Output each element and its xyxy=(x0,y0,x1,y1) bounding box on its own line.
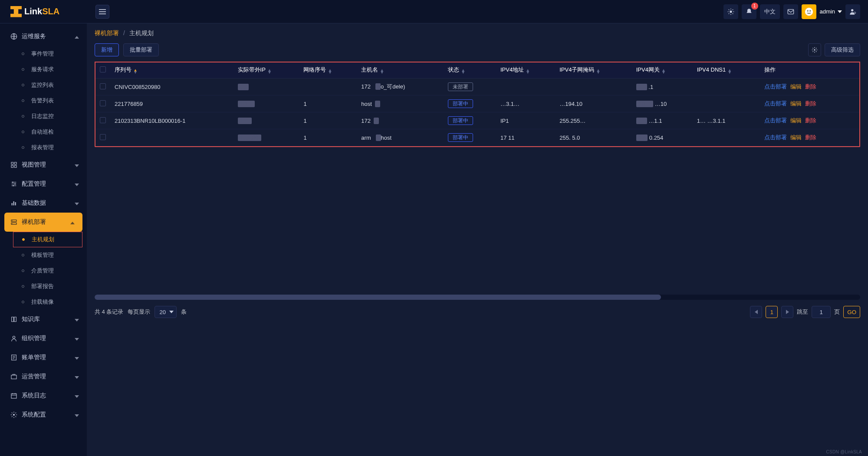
notifications-button[interactable]: 1 xyxy=(742,4,756,19)
svg-line-8 xyxy=(728,9,729,10)
svg-line-9 xyxy=(732,13,733,13)
logo-icon xyxy=(10,6,22,17)
chevron-down-icon xyxy=(838,10,842,13)
svg-point-15 xyxy=(809,10,811,11)
language-button[interactable]: 中文 xyxy=(760,4,780,19)
avatar[interactable] xyxy=(802,4,816,19)
user-settings-button[interactable] xyxy=(845,4,860,19)
svg-point-3 xyxy=(730,10,732,13)
svg-rect-2 xyxy=(99,13,106,14)
inbox-button[interactable] xyxy=(783,4,798,19)
logo-text: LinkSLA xyxy=(24,7,59,16)
username: admin xyxy=(820,8,835,15)
topbar: LinkSLA 1 中文 admin xyxy=(0,0,868,23)
collapse-sidebar-button[interactable] xyxy=(95,5,109,19)
logo: LinkSLA xyxy=(0,6,87,17)
svg-point-13 xyxy=(805,7,812,15)
theme-toggle-button[interactable] xyxy=(723,4,738,19)
svg-point-16 xyxy=(851,9,853,11)
user-menu[interactable]: admin xyxy=(820,8,842,15)
svg-rect-1 xyxy=(99,11,106,12)
svg-point-14 xyxy=(807,10,808,11)
svg-line-11 xyxy=(732,9,733,10)
svg-point-17 xyxy=(854,12,856,13)
svg-line-10 xyxy=(728,13,729,13)
svg-rect-0 xyxy=(99,9,106,10)
svg-rect-12 xyxy=(788,9,793,14)
notification-badge: 1 xyxy=(751,3,758,10)
